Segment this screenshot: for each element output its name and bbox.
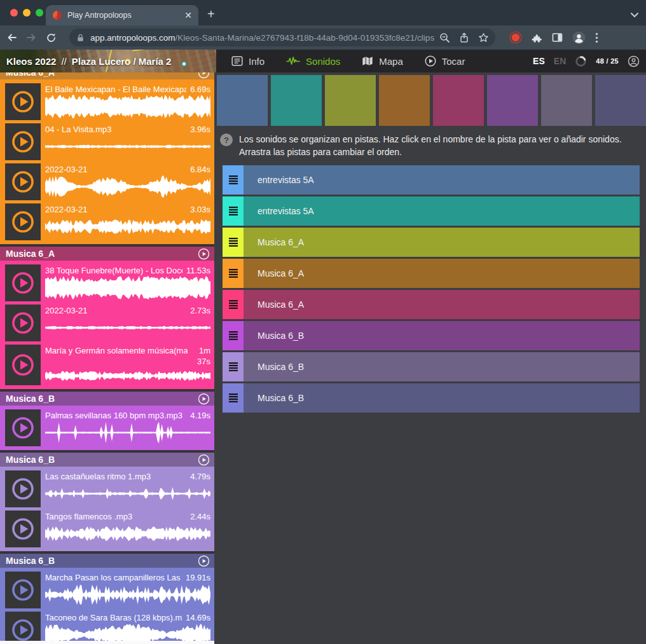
extensions-puzzle-icon[interactable] <box>532 32 542 43</box>
url-omnibox[interactable]: app.antropoloops.com/Kleos-Santa-Marina/… <box>69 29 495 46</box>
clip-waveform <box>45 214 210 239</box>
track-drag-handle[interactable] <box>223 196 244 226</box>
clip-item[interactable]: Taconeo de Sara Baras (128 kbps).mp314.6… <box>5 612 212 644</box>
clip-play-button[interactable] <box>5 409 41 446</box>
clip-item[interactable]: 2022-03-216.84s <box>5 163 212 200</box>
track-name-button[interactable]: Musica 6_B <box>244 352 640 381</box>
recording-extension-icon[interactable] <box>509 31 522 44</box>
clip-item[interactable]: Marcha Pasan los campanilleros Las Mejor… <box>5 572 212 608</box>
clip-name: 04 - La Visita.mp3 <box>45 125 112 134</box>
track-drag-handle[interactable] <box>223 259 244 288</box>
nav-item-mapa[interactable]: Mapa <box>362 56 403 67</box>
track-name-button[interactable]: Musica 6_A <box>244 259 640 288</box>
clip-play-button[interactable] <box>5 203 41 240</box>
track-name-button[interactable]: Musica 6_B <box>244 321 640 350</box>
track-drag-handle[interactable] <box>223 228 244 257</box>
track-name-button[interactable]: Musica 6_B <box>244 383 640 413</box>
clip-item[interactable]: Las castañuelas ritmo 1.mp34.79s <box>5 470 212 507</box>
track-swatch[interactable] <box>487 75 538 126</box>
language-en-button[interactable]: EN <box>554 56 566 66</box>
section-play-all-icon[interactable] <box>198 393 210 405</box>
section-header[interactable]: Musica 6_A <box>0 247 214 261</box>
back-button[interactable] <box>6 32 17 43</box>
clip-item[interactable]: 2022-03-213.03s <box>5 203 212 240</box>
clip-play-button[interactable] <box>5 305 41 341</box>
favicon-antropoloops <box>52 10 62 20</box>
reload-button[interactable] <box>46 32 57 43</box>
tab-search-chevron-icon[interactable] <box>631 9 638 20</box>
section-play-all-icon[interactable] <box>198 248 210 260</box>
track-drag-handle[interactable] <box>223 352 244 381</box>
clip-play-button[interactable] <box>5 345 41 385</box>
language-es-button[interactable]: ES <box>533 56 545 66</box>
zoom-out-icon[interactable] <box>439 32 450 43</box>
clip-play-button[interactable] <box>5 612 41 644</box>
track-drag-handle[interactable] <box>223 383 244 413</box>
track-drag-handle[interactable] <box>223 290 244 319</box>
nav-item-sonidos[interactable]: Sonidos <box>286 56 340 67</box>
clip-play-button[interactable] <box>5 470 41 507</box>
clip-play-button[interactable] <box>5 83 41 120</box>
track-drag-handle[interactable] <box>223 321 244 350</box>
browser-avatar-icon[interactable] <box>572 31 586 45</box>
track-name-button[interactable]: entrevistas 5A <box>244 196 640 226</box>
track-swatch[interactable] <box>433 75 484 126</box>
breadcrumb-project[interactable]: Kleos 2022 <box>6 56 56 67</box>
clip-play-button[interactable] <box>5 510 41 547</box>
track-label: Musica 6_B <box>258 331 304 341</box>
track-swatch[interactable] <box>271 75 322 126</box>
section-title[interactable]: Musica 6_B <box>6 455 198 465</box>
clip-play-button[interactable] <box>5 264 41 301</box>
clip-item[interactable]: 38 Toque Funebre(Muerte) - Los Doce Par.… <box>5 264 212 301</box>
section-play-all-icon[interactable] <box>198 555 210 567</box>
breadcrumb[interactable]: Kleos 2022 // Plaza Lucero / María 2 <box>6 50 171 72</box>
section-header[interactable]: Musica 6_B <box>0 453 214 467</box>
forward-button[interactable] <box>26 32 37 43</box>
breadcrumb-page[interactable]: Plaza Lucero / María 2 <box>72 56 172 67</box>
track-row: entrevistas 5A <box>223 165 640 195</box>
account-icon[interactable] <box>628 55 640 67</box>
clip-play-button[interactable] <box>5 163 41 200</box>
window-zoom-button[interactable] <box>36 9 43 17</box>
share-icon[interactable] <box>459 32 469 43</box>
track-swatch[interactable] <box>541 75 592 126</box>
section-title[interactable]: Musica 6_A <box>6 72 198 78</box>
nav-item-tocar[interactable]: Tocar <box>425 55 465 67</box>
clip-play-button[interactable] <box>5 123 41 160</box>
track-swatch[interactable] <box>217 75 268 126</box>
section-title[interactable]: Musica 6_B <box>6 394 198 404</box>
clip-item[interactable]: El Baile Mexicapan - El Baile Mexicapan.… <box>5 83 212 120</box>
clip-play-button[interactable] <box>5 572 41 608</box>
clip-item[interactable]: 04 - La Visita.mp33.96s <box>5 123 212 160</box>
track-name-button[interactable]: Musica 6_A <box>244 290 640 319</box>
track-swatch[interactable] <box>595 75 646 126</box>
clip-item[interactable]: María y Germán solamente música(maría 2.… <box>5 345 212 385</box>
track-swatch[interactable] <box>325 75 376 126</box>
clip-content: Palmas sevillanas 160 bpm mp3.mp34.19s <box>41 409 212 446</box>
section-header[interactable]: Musica 6_B <box>0 554 214 568</box>
nav-item-info[interactable]: Info <box>231 56 265 67</box>
track-name-button[interactable]: Musica 6_A <box>244 228 640 257</box>
section-play-all-icon[interactable] <box>198 454 210 466</box>
tab-close-icon[interactable]: ✕ <box>184 11 192 20</box>
section-play-all-icon[interactable] <box>198 72 210 79</box>
clips-sidebar[interactable]: Musica 6_AEl Baile Mexicapan - El Baile … <box>0 72 214 644</box>
browser-menu-kebab-icon[interactable] <box>595 32 598 43</box>
new-tab-button[interactable]: + <box>207 8 215 20</box>
window-minimize-button[interactable] <box>23 9 31 17</box>
section-header[interactable]: Musica 6_A <box>0 72 214 79</box>
section-header[interactable]: Musica 6_B <box>0 392 214 406</box>
clip-item[interactable]: Tangos flamencos .mp32.44s <box>5 510 212 547</box>
window-close-button[interactable] <box>10 9 18 17</box>
clip-item[interactable]: Palmas sevillanas 160 bpm mp3.mp34.19s <box>5 409 212 446</box>
clip-item[interactable]: 2022-03-212.73s <box>5 305 212 341</box>
track-name-button[interactable]: entrevistas 5A <box>244 165 640 195</box>
bookmark-star-icon[interactable] <box>478 32 489 43</box>
side-panel-icon[interactable] <box>552 32 563 43</box>
section-title[interactable]: Musica 6_A <box>6 249 198 259</box>
track-swatch[interactable] <box>379 75 430 126</box>
browser-tab[interactable]: Play Antropoloops ✕ <box>46 5 198 25</box>
clip-waveform <box>45 420 210 445</box>
section-title[interactable]: Musica 6_B <box>6 556 198 566</box>
track-drag-handle[interactable] <box>223 165 244 195</box>
